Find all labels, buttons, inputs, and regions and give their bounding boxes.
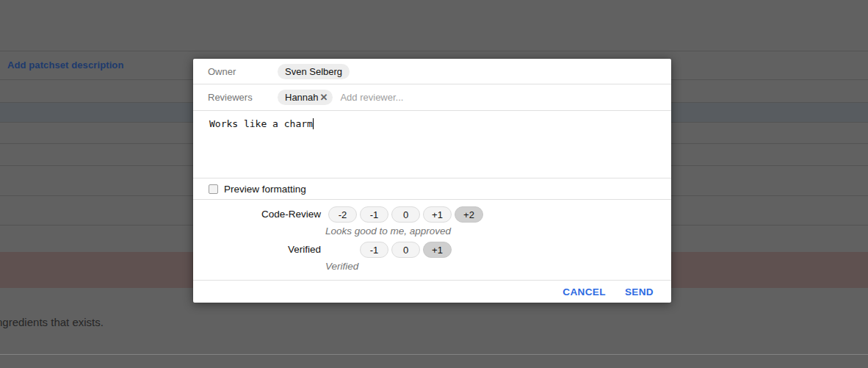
preview-formatting-checkbox[interactable]: [209, 184, 218, 194]
send-button[interactable]: SEND: [622, 285, 657, 299]
owner-label: Owner: [208, 66, 278, 77]
bg-bottom-divider: [0, 354, 868, 355]
cancel-button[interactable]: CANCEL: [560, 285, 609, 299]
review-message-text: Works like a charm: [209, 118, 313, 129]
vote-labels-section: Code-Review -2 -1 0 +1 +2 Looks good to …: [193, 200, 671, 281]
reply-dialog: Owner Sven Selberg Reviewers Hannah ✕ Ad…: [193, 59, 671, 303]
reviewer-chip[interactable]: Hannah ✕: [278, 90, 333, 105]
verified-label: Verified: [193, 242, 321, 258]
code-review-description: Looks good to me, approved: [325, 224, 671, 239]
dialog-actions: CANCEL SEND: [193, 281, 671, 303]
code-review-buttons: -2 -1 0 +1 +2: [328, 206, 483, 223]
code-review-plus1-button[interactable]: +1: [423, 206, 452, 223]
bg-row-divider: [0, 51, 868, 51]
bg-commit-message-text: ngredients that exists.: [0, 316, 104, 328]
reviewer-chip-name: Hannah: [285, 92, 319, 103]
verified-buttons: -1 0 +1: [360, 242, 452, 258]
owner-chip-name: Sven Selberg: [285, 66, 342, 77]
preview-formatting-row: Preview formatting: [193, 178, 671, 200]
review-message-textarea[interactable]: Works like a charm: [193, 111, 671, 178]
verified-description: Verified: [325, 259, 671, 274]
verified-plus1-button[interactable]: +1: [423, 242, 452, 258]
text-cursor: [313, 118, 314, 129]
code-review-minus1-button[interactable]: -1: [360, 206, 388, 223]
reviewers-row: Reviewers Hannah ✕ Add reviewer...: [193, 84, 671, 111]
add-reviewer-input[interactable]: Add reviewer...: [340, 92, 403, 103]
add-patchset-description-link: Add patchset description: [7, 59, 123, 71]
reviewers-label: Reviewers: [208, 92, 278, 103]
code-review-minus2-button[interactable]: -2: [328, 206, 357, 223]
owner-chip[interactable]: Sven Selberg: [278, 64, 350, 79]
code-review-plus2-button[interactable]: +2: [455, 206, 483, 223]
code-review-zero-button[interactable]: 0: [391, 206, 420, 223]
verified-row: Verified -1 0 +1: [193, 242, 671, 258]
remove-reviewer-icon[interactable]: ✕: [320, 93, 328, 102]
preview-formatting-label: Preview formatting: [224, 184, 306, 195]
owner-row: Owner Sven Selberg: [193, 59, 671, 84]
verified-minus1-button[interactable]: -1: [360, 242, 388, 258]
verified-zero-button[interactable]: 0: [391, 242, 420, 258]
code-review-row: Code-Review -2 -1 0 +1 +2: [193, 206, 671, 223]
code-review-label: Code-Review: [193, 206, 321, 223]
